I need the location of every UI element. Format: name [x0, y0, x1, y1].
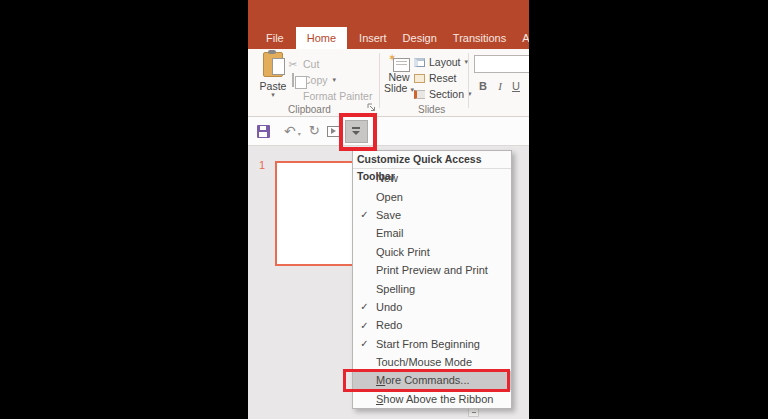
scissors-icon: ✂ — [286, 58, 300, 70]
ribbon: Paste ▾ ✂ Cut Copy ▾ Format Painter Clip… — [248, 49, 529, 117]
qat-overflow-button[interactable] — [345, 120, 368, 143]
overflow-chevron-icon — [352, 131, 360, 135]
menu-title: Customize Quick Access Toolbar — [353, 151, 511, 169]
save-icon[interactable] — [257, 125, 270, 138]
bold-button[interactable]: B — [476, 78, 490, 93]
copy-icon — [286, 74, 300, 86]
paste-clipboard-icon — [263, 52, 283, 77]
menu-item-open[interactable]: Open — [353, 187, 511, 205]
powerpoint-window: FileHomeInsertDesignTransitionsAn Paste … — [248, 0, 529, 419]
menu-item-new[interactable]: New — [353, 169, 511, 187]
tab-file[interactable]: File — [258, 27, 292, 49]
menu-item-label: Open — [376, 191, 403, 203]
slides-group-label: Slides — [418, 104, 445, 115]
group-separator — [468, 53, 469, 108]
format-painter-button[interactable]: Format Painter — [286, 89, 372, 103]
layout-label: Layout — [429, 56, 461, 68]
menu-item-print-preview-and-print[interactable]: Print Preview and Print — [353, 261, 511, 279]
menu-item-spelling[interactable]: Spelling — [353, 279, 511, 297]
start-from-beginning-icon[interactable] — [327, 126, 341, 137]
tab-home[interactable]: Home — [296, 27, 347, 49]
menu-item-label: Quick Print — [376, 246, 430, 258]
menu-item-undo[interactable]: ✓Undo — [353, 298, 511, 316]
tab-row: FileHomeInsertDesignTransitionsAn — [248, 27, 529, 49]
qat-customize-menu: Customize Quick Access Toolbar NewOpen✓S… — [352, 150, 512, 409]
slide-number: 1 — [259, 159, 265, 171]
quick-access-toolbar: ↶ ▾ ↻ — [248, 117, 529, 146]
check-icon: ✓ — [356, 338, 373, 349]
menu-item-label: Touch/Mouse Mode — [376, 356, 472, 368]
menu-item-show-above-the-ribbon[interactable]: Show Above the Ribbon — [353, 390, 511, 408]
section-icon — [414, 90, 425, 99]
new-slide-icon: ✶ — [388, 52, 410, 72]
menu-item-start-from-beginning[interactable]: ✓Start From Beginning — [353, 335, 511, 353]
check-icon: ✓ — [356, 301, 373, 312]
redo-icon[interactable]: ↻ — [309, 124, 320, 138]
caret-down-icon: ▾ — [271, 92, 275, 98]
menu-item-label: Spelling — [376, 283, 415, 295]
menu-item-label: Print Preview and Print — [376, 264, 488, 276]
section-label: Section — [429, 88, 464, 100]
menu-item-label: Redo — [376, 319, 402, 331]
undo-icon[interactable]: ↶ — [284, 124, 296, 138]
tab-an[interactable]: An — [514, 27, 529, 49]
clipboard-group-label: Clipboard — [288, 104, 331, 115]
dialog-launcher-icon[interactable] — [367, 102, 376, 114]
menu-item-label: Undo — [376, 301, 402, 313]
check-icon: ✓ — [356, 209, 373, 220]
font-name-combobox[interactable] — [474, 55, 529, 73]
section-button[interactable]: Section ▾ — [414, 87, 472, 101]
tab-transitions[interactable]: Transitions — [445, 27, 514, 49]
new-slide-button[interactable]: ✶ New Slide ▾ — [384, 52, 414, 110]
menu-item-label: Start From Beginning — [376, 338, 480, 350]
menu-item-more-commands[interactable]: More Commands... — [353, 371, 511, 389]
menu-item-save[interactable]: ✓Save — [353, 206, 511, 224]
check-icon: ✓ — [356, 320, 373, 331]
caret-down-icon: ▾ — [333, 77, 337, 83]
menu-item-label: Save — [376, 209, 401, 221]
undo-caret-down-icon[interactable]: ▾ — [298, 130, 301, 137]
tab-design[interactable]: Design — [395, 27, 445, 49]
cut-button[interactable]: ✂ Cut — [286, 57, 319, 71]
menu-item-quick-print[interactable]: Quick Print — [353, 243, 511, 261]
reset-label: Reset — [429, 72, 456, 84]
menu-item-redo[interactable]: ✓Redo — [353, 316, 511, 334]
layout-button[interactable]: Layout ▾ — [414, 55, 468, 69]
group-separator — [379, 53, 380, 108]
menu-item-email[interactable]: Email — [353, 224, 511, 242]
menu-item-label: New — [376, 172, 398, 184]
new-slide-label-line2: Slide ▾ — [384, 83, 414, 94]
layout-icon — [414, 58, 425, 67]
italic-button[interactable]: I — [493, 78, 507, 93]
copy-button[interactable]: Copy ▾ — [286, 73, 336, 87]
paste-button[interactable]: Paste ▾ — [256, 52, 290, 108]
menu-item-label: Show Above the Ribbon — [376, 393, 493, 405]
tab-insert[interactable]: Insert — [351, 27, 395, 49]
cut-label: Cut — [303, 58, 319, 70]
underline-button[interactable]: U — [509, 78, 523, 93]
reset-button[interactable]: Reset — [414, 71, 456, 85]
overflow-bar-icon — [352, 127, 360, 129]
menu-item-label: More Commands... — [376, 374, 470, 386]
format-painter-label: Format Painter — [303, 90, 372, 102]
menu-item-label: Email — [376, 227, 404, 239]
scrollbar-button[interactable] — [468, 408, 479, 417]
title-bar: FileHomeInsertDesignTransitionsAn — [248, 0, 529, 49]
reset-icon — [414, 74, 425, 83]
menu-item-touch-mouse-mode[interactable]: Touch/Mouse Mode — [353, 353, 511, 371]
menu-items: NewOpen✓SaveEmailQuick PrintPrint Previe… — [353, 169, 511, 408]
